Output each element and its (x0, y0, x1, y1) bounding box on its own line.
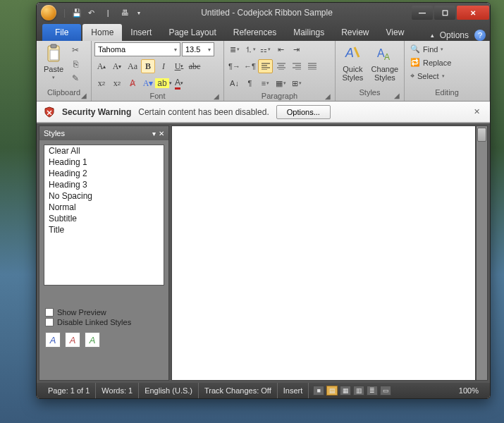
minimize-ribbon-icon[interactable]: ▴ (431, 32, 434, 39)
security-options-button[interactable]: Options... (276, 105, 331, 119)
vertical-scrollbar[interactable] (476, 125, 488, 381)
subscript-button[interactable]: x2 (94, 76, 109, 90)
font-color-button[interactable]: A▾ (172, 76, 186, 90)
multilevel-button[interactable]: ⚏▾ (258, 42, 273, 56)
sort-button[interactable]: A↓ (227, 76, 242, 90)
style-inspector-icon[interactable]: A (65, 332, 80, 348)
manage-styles-icon[interactable]: A (85, 332, 100, 348)
list-item[interactable]: Clear All (44, 145, 164, 157)
underline-button[interactable]: U ▾ (172, 59, 186, 73)
new-style-icon[interactable]: A (45, 332, 61, 348)
decrease-indent-button[interactable]: ⇤ (273, 42, 288, 56)
strikethrough-button[interactable]: abc (188, 59, 202, 73)
status-words[interactable]: Words: 1 (96, 383, 139, 398)
status-language[interactable]: English (U.S.) (139, 383, 199, 398)
binoculars-icon: 🔍 (410, 44, 420, 54)
clipboard-dialog-launcher[interactable]: ◢ (81, 92, 87, 99)
styles-pane-title: Styles ▾✕ (39, 126, 168, 140)
justify-button[interactable] (305, 59, 319, 73)
list-item[interactable]: Heading 2 (44, 168, 164, 179)
bullets-button[interactable]: ≣▾ (227, 42, 242, 56)
copy-icon[interactable]: ⎘ (69, 58, 82, 70)
align-left-button[interactable] (258, 59, 273, 73)
grow-font-button[interactable]: A▴ (94, 59, 109, 73)
paragraph-dialog-launcher[interactable]: ◢ (325, 92, 331, 100)
tab-page-layout[interactable]: Page Layout (160, 24, 224, 41)
list-item[interactable]: Normal (44, 202, 164, 213)
minimize-button[interactable]: — (412, 6, 433, 20)
change-case-button[interactable]: Aa (125, 59, 140, 73)
zoom-level[interactable]: 100% (453, 386, 484, 395)
tab-mailings[interactable]: Mailings (285, 24, 333, 41)
styles-dialog-launcher[interactable]: ◢ (394, 92, 400, 99)
borders-button[interactable]: ⊞▾ (289, 76, 304, 90)
group-clipboard: Paste ▾ ✂ ⎘ ✎ Clipboard◢ (37, 41, 92, 101)
infobar-close-icon[interactable]: ✕ (471, 106, 483, 118)
pane-menu-icon[interactable]: ▾ (152, 130, 156, 137)
undo-icon[interactable]: ↶ (85, 7, 97, 18)
tab-home[interactable]: Home (82, 24, 122, 41)
document-canvas[interactable] (171, 125, 476, 381)
increase-indent-button[interactable]: ⇥ (289, 42, 304, 56)
list-item[interactable]: No Spacing (44, 190, 164, 202)
svg-rect-1 (51, 44, 56, 48)
shading-button[interactable]: ▦▾ (273, 76, 288, 90)
options-link[interactable]: Options (440, 30, 469, 40)
scroll-thumb[interactable] (477, 128, 486, 142)
app-orb[interactable] (41, 5, 56, 20)
tab-review[interactable]: Review (333, 24, 377, 41)
help-icon[interactable]: ? (474, 30, 486, 41)
superscript-button[interactable]: x2 (110, 76, 124, 90)
list-item[interactable]: Subtitle (44, 213, 164, 224)
change-styles-button[interactable]: AA Change Styles (369, 42, 401, 83)
cut-icon[interactable]: ✂ (69, 44, 82, 56)
draft-view-icon[interactable]: ▭ (380, 386, 391, 396)
format-painter-icon[interactable]: ✎ (69, 72, 82, 85)
quick-styles-button[interactable]: A Quick Styles (338, 42, 367, 83)
show-preview-checkbox[interactable]: Show Preview (45, 308, 163, 317)
font-size-combo[interactable]: 13.5▾ (182, 42, 214, 56)
tab-insert[interactable]: Insert (122, 24, 160, 41)
list-item[interactable]: Heading 1 (44, 157, 164, 168)
print-layout-view-icon[interactable]: ▤ (326, 386, 338, 396)
macro-record-icon[interactable]: ■ (313, 386, 324, 396)
close-button[interactable]: ✕ (457, 6, 489, 20)
italic-button[interactable]: I (156, 59, 171, 73)
ltr-button[interactable]: ¶→ (227, 59, 242, 73)
show-marks-button[interactable]: ¶ (242, 76, 257, 90)
font-dialog-launcher[interactable]: ◢ (214, 92, 219, 100)
align-center-button[interactable] (273, 59, 288, 73)
status-page[interactable]: Page: 1 of 1 (42, 383, 96, 398)
tab-references[interactable]: References (225, 24, 285, 41)
list-item[interactable]: Title (44, 224, 164, 235)
paste-button[interactable]: Paste ▾ (39, 42, 68, 82)
clear-format-button[interactable]: A̷ (125, 76, 140, 90)
disable-linked-checkbox[interactable]: Disable Linked Styles (45, 318, 163, 326)
save-icon[interactable]: 💾 (71, 7, 82, 18)
status-track-changes[interactable]: Track Changes: Off (199, 383, 278, 398)
select-button[interactable]: ⌖Select▾ (407, 69, 448, 82)
status-insert-mode[interactable]: Insert (278, 383, 309, 398)
numbering-button[interactable]: ⒈▾ (242, 42, 257, 56)
bold-button[interactable]: B (141, 59, 155, 73)
file-tab[interactable]: File (42, 24, 81, 41)
maximize-button[interactable]: ☐ (434, 6, 455, 20)
tab-view[interactable]: View (378, 24, 413, 41)
qat-dropdown-icon[interactable]: ▾ (133, 7, 145, 18)
print-icon[interactable]: 🖶 (119, 7, 130, 18)
full-screen-view-icon[interactable]: ▦ (340, 386, 351, 396)
list-item[interactable]: Heading 3 (44, 179, 164, 190)
shrink-font-button[interactable]: A▾ (110, 59, 124, 73)
window-title: Untitled - Codejock Ribbon Sample (201, 8, 333, 18)
highlight-button[interactable]: ab▾ (156, 76, 171, 90)
web-layout-view-icon[interactable]: ▥ (353, 386, 364, 396)
replace-button[interactable]: 🔁Replace (407, 56, 454, 69)
outline-view-icon[interactable]: ≣ (367, 386, 378, 396)
find-button[interactable]: 🔍Find▾ (407, 42, 446, 56)
text-effects-button[interactable]: A▾ (141, 76, 155, 90)
align-right-button[interactable] (289, 59, 304, 73)
rtl-button[interactable]: ←¶ (242, 59, 257, 73)
line-spacing-button[interactable]: ≡▾ (258, 76, 273, 90)
font-name-combo[interactable]: Tahoma▾ (94, 42, 180, 56)
pane-close-icon[interactable]: ✕ (159, 130, 164, 137)
